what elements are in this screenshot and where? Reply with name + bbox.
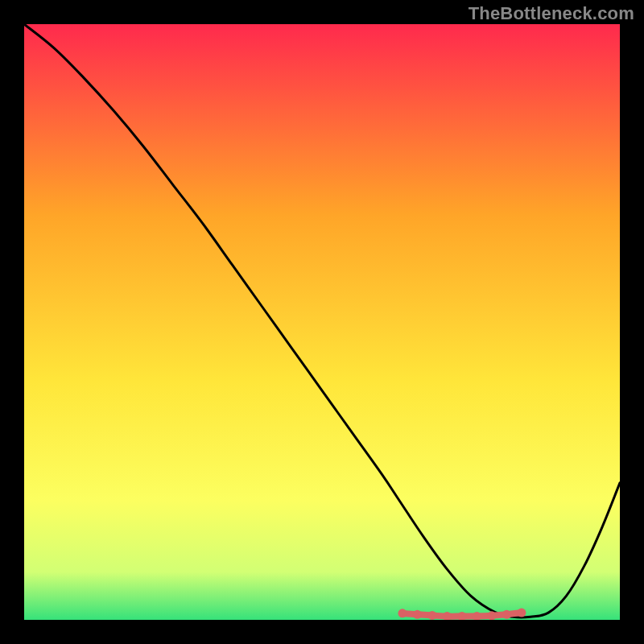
highlight-dot (502, 610, 511, 619)
gradient-background (24, 24, 620, 620)
highlight-dot (398, 609, 407, 617)
highlight-dot (517, 609, 526, 617)
highlight-dot (413, 610, 422, 619)
chart-frame: TheBottleneck.com (0, 0, 644, 644)
highlight-dot (487, 611, 496, 620)
plot-area (24, 24, 620, 620)
chart-svg (24, 24, 620, 620)
watermark-text: TheBottleneck.com (469, 3, 634, 24)
highlight-dot (427, 611, 436, 620)
